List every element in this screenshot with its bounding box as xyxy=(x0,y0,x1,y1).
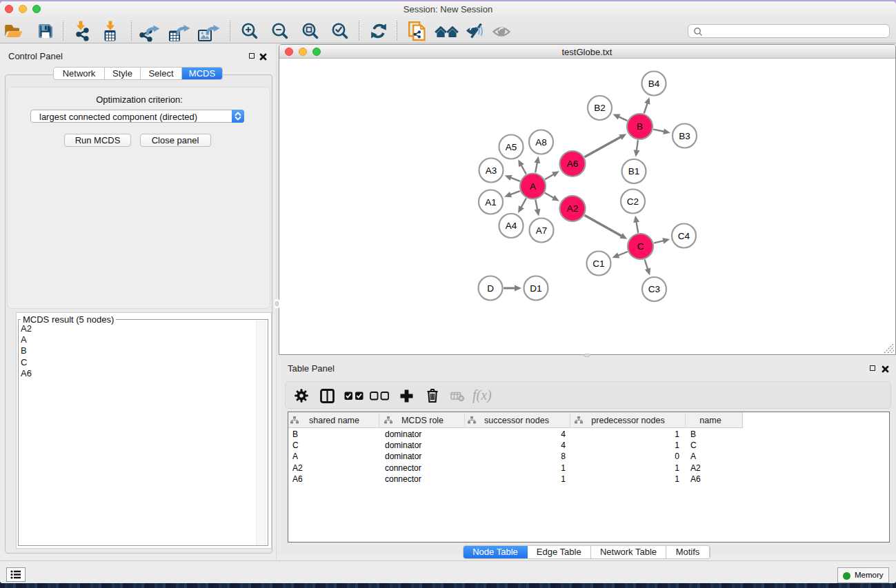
svg-text:C2: C2 xyxy=(626,196,638,206)
svg-text:f(x): f(x) xyxy=(472,388,492,403)
svg-text:A: A xyxy=(529,181,535,191)
svg-text:B3: B3 xyxy=(679,130,690,141)
svg-text:A5: A5 xyxy=(505,141,517,152)
svg-text:D: D xyxy=(487,283,494,293)
svg-text:A8: A8 xyxy=(535,136,547,147)
svg-text:A4: A4 xyxy=(505,221,517,231)
svg-text:C3: C3 xyxy=(648,284,659,294)
svg-text:B2: B2 xyxy=(594,103,606,113)
svg-text:A1: A1 xyxy=(485,196,497,207)
svg-text:C: C xyxy=(637,241,644,252)
svg-text:C1: C1 xyxy=(593,258,604,268)
svg-text:B: B xyxy=(636,121,642,132)
svg-text:A2: A2 xyxy=(566,203,578,214)
svg-text:A6: A6 xyxy=(566,159,578,169)
svg-text:A7: A7 xyxy=(535,225,547,235)
svg-text:C4: C4 xyxy=(677,230,690,241)
svg-text:D1: D1 xyxy=(530,283,541,293)
svg-text:A3: A3 xyxy=(485,165,497,175)
svg-text:B4: B4 xyxy=(648,78,659,88)
svg-text:B1: B1 xyxy=(628,166,639,176)
